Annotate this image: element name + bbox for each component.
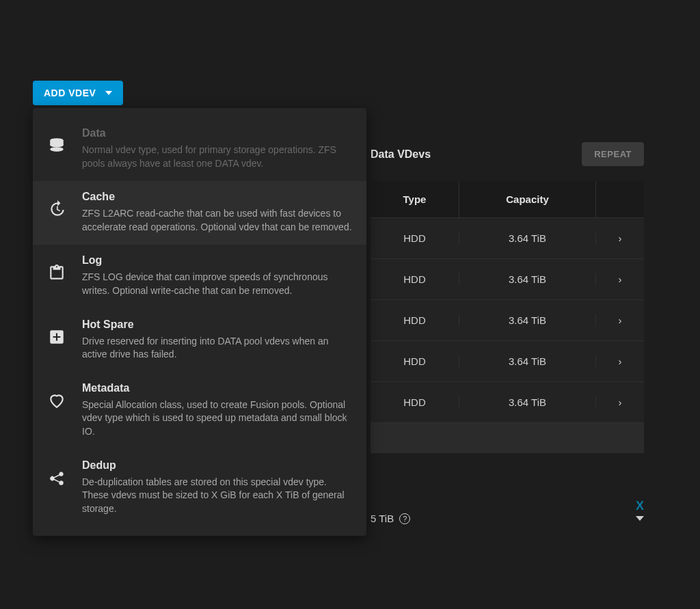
cell-type: HDD	[371, 232, 459, 244]
database-icon	[46, 127, 67, 170]
estimate-row: 5 TiB ?	[371, 513, 644, 524]
plus-box-icon	[46, 319, 67, 362]
cell-capacity: 3.64 TiB	[459, 396, 596, 408]
menu-item-hot-spare[interactable]: Hot SpareDrive reserved for inserting in…	[33, 309, 366, 373]
caret-down-icon	[105, 91, 112, 95]
panel-title: Data VDevs	[371, 148, 431, 161]
menu-item-title: Metadata	[82, 382, 353, 394]
cell-type: HDD	[371, 273, 459, 285]
chevron-right-icon[interactable]: ›	[596, 314, 644, 326]
estimate-value: 5 TiB	[371, 513, 394, 524]
clipboard-icon	[46, 254, 67, 297]
table-header: Type Capacity	[371, 181, 644, 218]
menu-item-desc: De-duplication tables are stored on this…	[82, 476, 353, 516]
cell-capacity: 3.64 TiB	[459, 232, 596, 244]
repeat-button[interactable]: REPEAT	[582, 142, 644, 166]
menu-item-desc: ZFS LOG device that can improve speeds o…	[82, 271, 353, 297]
cell-type: HDD	[371, 396, 459, 408]
vdevs-table: Type Capacity HDD3.64 TiB›HDD3.64 TiB›HD…	[371, 181, 644, 453]
table-footer	[371, 423, 644, 453]
data-vdevs-panel: Data VDevs REPEAT Type Capacity HDD3.64 …	[371, 142, 644, 453]
add-vdev-dropdown: DataNormal vdev type, used for primary s…	[33, 108, 366, 536]
heart-icon	[46, 382, 67, 439]
add-vdev-label: ADD VDEV	[44, 87, 96, 98]
cell-type: HDD	[371, 314, 459, 326]
close-x[interactable]: X	[636, 499, 644, 513]
menu-item-title: Hot Spare	[82, 319, 353, 331]
cell-capacity: 3.64 TiB	[459, 273, 596, 285]
add-vdev-button[interactable]: ADD VDEV	[33, 81, 123, 105]
col-header-type: Type	[371, 181, 459, 217]
table-row: HDD3.64 TiB›	[371, 259, 644, 300]
menu-item-desc: ZFS L2ARC read-cache that can be used wi…	[82, 207, 353, 234]
cell-capacity: 3.64 TiB	[459, 355, 596, 367]
share-icon	[46, 459, 67, 516]
menu-item-desc: Normal vdev type, used for primary stora…	[82, 144, 353, 170]
menu-item-title: Cache	[82, 191, 353, 203]
cell-capacity: 3.64 TiB	[459, 314, 596, 326]
table-row: HDD3.64 TiB›	[371, 341, 644, 382]
menu-item-desc: Drive reserved for inserting into DATA p…	[82, 335, 353, 362]
menu-item-log[interactable]: LogZFS LOG device that can improve speed…	[33, 245, 366, 308]
menu-item-title: Dedup	[82, 459, 353, 472]
menu-item-cache[interactable]: CacheZFS L2ARC read-cache that can be us…	[33, 181, 366, 245]
menu-item-dedup[interactable]: DedupDe-duplication tables are stored on…	[33, 450, 366, 527]
menu-item-desc: Special Allocation class, used to create…	[82, 398, 353, 439]
chevron-right-icon[interactable]: ›	[596, 232, 644, 244]
menu-item-title: Log	[82, 254, 353, 267]
history-icon	[46, 191, 67, 234]
table-row: HDD3.64 TiB›	[371, 300, 644, 341]
table-row: HDD3.64 TiB›	[371, 218, 644, 259]
chevron-right-icon[interactable]: ›	[596, 396, 644, 408]
expand-caret-icon[interactable]	[636, 516, 644, 521]
cell-type: HDD	[371, 355, 459, 367]
help-icon[interactable]: ?	[399, 513, 410, 524]
chevron-right-icon[interactable]: ›	[596, 273, 644, 285]
table-row: HDD3.64 TiB›	[371, 382, 644, 423]
chevron-right-icon[interactable]: ›	[596, 355, 644, 367]
col-header-capacity: Capacity	[459, 181, 596, 217]
menu-item-data: DataNormal vdev type, used for primary s…	[33, 118, 366, 181]
menu-item-title: Data	[82, 127, 353, 139]
menu-item-metadata[interactable]: MetadataSpecial Allocation class, used t…	[33, 373, 366, 450]
